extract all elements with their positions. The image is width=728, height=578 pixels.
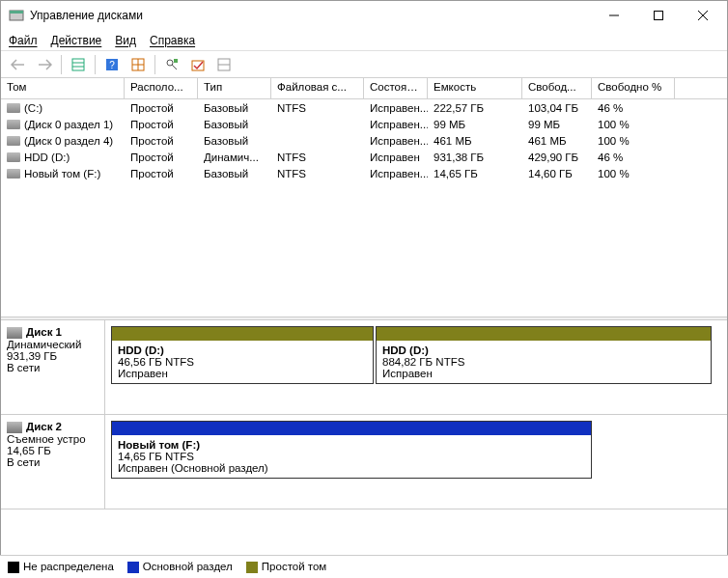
disk-partitions: HDD (D:)46,56 ГБ NTFSИсправенHDD (D:)884… (105, 320, 727, 414)
col-fs[interactable]: Файловая с... (271, 78, 364, 98)
forward-button[interactable] (33, 54, 56, 75)
toolbar: ? (1, 51, 727, 78)
disk-pane: Диск 1Динамический931,39 ГБВ сетиHDD (D:… (1, 320, 727, 415)
col-free[interactable]: Свобод... (522, 78, 592, 98)
volume-table: (C:)ПростойБазовыйNTFSИсправен...222,57 … (1, 99, 727, 317)
col-type[interactable]: Тип (198, 78, 271, 98)
partition-header (377, 327, 711, 341)
window-title: Управление дисками (30, 9, 592, 22)
svg-line-15 (172, 65, 177, 69)
col-status[interactable]: Состояние (364, 78, 428, 98)
partition-header (112, 327, 373, 341)
svg-rect-6 (72, 59, 84, 70)
close-button[interactable] (681, 1, 725, 30)
legend-item: Основной раздел (127, 561, 233, 573)
col-pct[interactable]: Свободно % (592, 78, 675, 98)
menu-help[interactable]: Справка (150, 34, 195, 47)
svg-rect-16 (174, 59, 178, 63)
disk-icon (7, 327, 22, 339)
legend-item: Простой том (246, 561, 326, 573)
legend-swatch (246, 562, 258, 573)
table-row[interactable]: (Диск 0 раздел 1)ПростойБазовыйИсправен.… (1, 116, 727, 132)
legend: Не распределенаОсновной разделПростой то… (0, 555, 728, 578)
volume-table-header: Том Располо... Тип Файловая с... Состоян… (1, 78, 727, 99)
menu-view[interactable]: Вид (115, 34, 136, 47)
menu-action[interactable]: Действие (51, 34, 102, 47)
maximize-button[interactable] (636, 1, 681, 30)
col-capacity[interactable]: Емкость (428, 78, 522, 98)
title-bar: Управление дисками (1, 1, 727, 30)
legend-swatch (127, 562, 139, 573)
back-button[interactable] (7, 54, 30, 75)
app-icon (9, 8, 24, 23)
svg-text:?: ? (109, 60, 115, 70)
partition[interactable]: Новый том (F:)14,65 ГБ NTFSИсправен (Осн… (111, 421, 592, 479)
table-row[interactable]: HDD (D:)ПростойДинамич...NTFSИсправен931… (1, 149, 727, 165)
toolbar-separator (95, 55, 96, 74)
partition[interactable]: HDD (D:)884,82 ГБ NTFSИсправен (376, 326, 712, 384)
view-detail-button[interactable] (212, 54, 236, 75)
legend-swatch (8, 562, 19, 573)
toolbar-separator (61, 55, 62, 74)
menu-file[interactable]: Файл (9, 34, 38, 47)
legend-item: Не распределена (8, 561, 114, 573)
help-button[interactable]: ? (100, 54, 124, 75)
partition[interactable]: HDD (D:)46,56 ГБ NTFSИсправен (111, 326, 374, 384)
menu-bar: Файл Действие Вид Справка (1, 30, 727, 51)
table-row[interactable]: (C:)ПростойБазовыйNTFSИсправен...222,57 … (1, 99, 727, 116)
table-row[interactable]: Новый том (F:)ПростойБазовыйNTFSИсправен… (1, 165, 727, 181)
apply-button[interactable] (186, 54, 210, 75)
partition-header (112, 422, 591, 435)
disk-info[interactable]: Диск 1Динамический931,39 ГБВ сети (1, 320, 105, 414)
disk-info[interactable]: Диск 2Съемное устро14,65 ГБВ сети (1, 415, 105, 509)
col-layout[interactable]: Располо... (125, 78, 198, 98)
volume-icon (7, 120, 20, 129)
svg-rect-3 (655, 12, 663, 20)
toolbar-separator (154, 55, 155, 74)
view-grid-button[interactable] (126, 54, 150, 75)
table-row[interactable]: (Диск 0 раздел 4)ПростойБазовыйИсправен.… (1, 132, 727, 149)
disk-pane: Диск 2Съемное устро14,65 ГБВ сетиНовый т… (1, 415, 727, 509)
settings-button[interactable] (160, 54, 183, 75)
disk-partitions: Новый том (F:)14,65 ГБ NTFSИсправен (Осн… (105, 415, 727, 509)
disk-map: Диск 1Динамический931,39 ГБВ сетиHDD (D:… (1, 320, 727, 509)
volume-icon (7, 169, 20, 179)
volume-icon (7, 136, 20, 146)
disk-icon (7, 422, 22, 433)
svg-rect-1 (10, 11, 23, 14)
volume-icon (7, 152, 20, 162)
view-list-button[interactable] (67, 54, 90, 75)
minimize-button[interactable] (592, 1, 636, 30)
volume-icon (7, 103, 20, 113)
col-volume[interactable]: Том (1, 78, 125, 98)
